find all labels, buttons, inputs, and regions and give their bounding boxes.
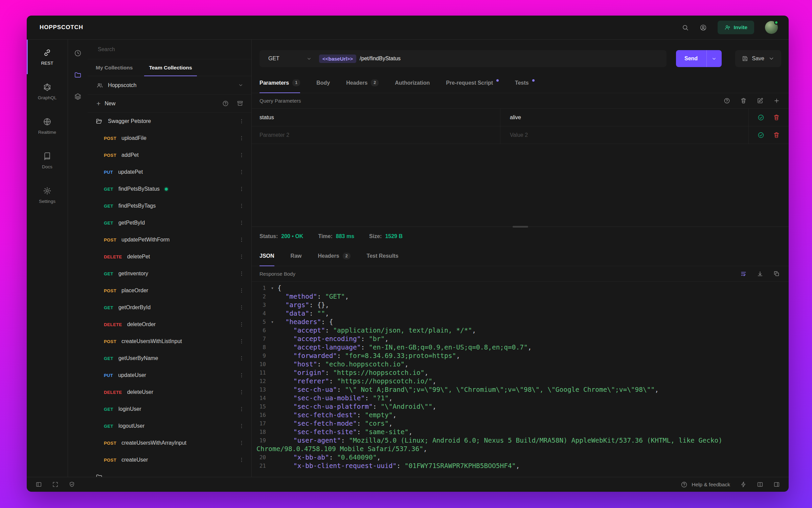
request-item-deleteUser[interactable]: DELETEdeleteUser (88, 384, 251, 401)
code-text[interactable]: Chrome/98.0.4758.109 Mobile Safari/537.3… (252, 445, 427, 453)
kebab-menu-icon[interactable] (239, 288, 245, 294)
code-text[interactable]: "referer": "https://hoppscotch.io/", (277, 377, 436, 385)
request-item-loginUser[interactable]: GETloginUser (88, 401, 251, 418)
request-item-findPetsByStatus[interactable]: GETfindPetsByStatus (88, 181, 251, 197)
request-item-getUserByName[interactable]: GETgetUserByName (88, 350, 251, 367)
kebab-menu-icon[interactable] (239, 355, 245, 361)
kebab-menu-icon[interactable] (239, 423, 245, 429)
kebab-menu-icon[interactable] (239, 220, 245, 226)
send-options-button[interactable] (706, 50, 722, 67)
bulk-edit-icon[interactable] (757, 98, 763, 104)
tab-team-collections[interactable]: Team Collections (141, 59, 200, 76)
help-icon[interactable] (724, 98, 730, 104)
kebab-menu-icon[interactable] (239, 135, 245, 141)
code-text[interactable]: "origin": "https://hoppscotch.io", (277, 368, 428, 377)
sidebar-item-settings[interactable]: Settings (27, 178, 68, 212)
param-active-toggle-icon[interactable] (758, 132, 764, 139)
code-text[interactable]: "accept-encoding": "br", (277, 335, 389, 343)
request-item-createUsersWithListInput[interactable]: POSTcreateUsersWithListInput (88, 333, 251, 350)
kebab-menu-icon[interactable] (239, 406, 245, 412)
resize-handle[interactable] (513, 226, 528, 228)
tab-authorization[interactable]: Authorization (395, 73, 430, 93)
collection-folder-partial[interactable] (88, 468, 251, 477)
request-item-addPet[interactable]: POSTaddPet (88, 147, 251, 164)
strip-item-environments[interactable] (70, 89, 85, 104)
url-input[interactable]: <<baseUrl>> /pet/findByStatus (317, 55, 667, 63)
toggle-sidebar-icon[interactable] (36, 481, 42, 488)
expand-icon[interactable] (52, 481, 59, 488)
tab-headers[interactable]: Headers2 (346, 73, 379, 93)
kebab-menu-icon[interactable] (239, 389, 245, 395)
request-item-updateUser[interactable]: PUTupdateUser (88, 367, 251, 384)
shortcuts-icon[interactable] (740, 481, 747, 488)
kebab-menu-icon[interactable] (239, 237, 245, 243)
app-logo[interactable]: HOPPSCOTCH (40, 24, 83, 31)
code-text[interactable]: "host": "echo.hoppscotch.io", (277, 360, 408, 368)
request-item-getOrderById[interactable]: GETgetOrderById (88, 299, 251, 316)
kebab-menu-icon[interactable] (239, 118, 245, 124)
code-text[interactable]: "x-bb-ab": "0.640090", (277, 453, 381, 462)
kebab-menu-icon[interactable] (239, 440, 245, 446)
param-key-input[interactable]: Parameter 2 (252, 126, 500, 144)
response-tab-json[interactable]: JSON (260, 246, 274, 266)
account-icon[interactable] (700, 24, 707, 31)
sidebar-item-rest[interactable]: REST (27, 40, 68, 74)
strip-item-collections[interactable] (70, 67, 85, 82)
tab-body[interactable]: Body (316, 73, 330, 93)
response-tab-headers[interactable]: Headers2 (318, 246, 350, 266)
kebab-menu-icon[interactable] (239, 338, 245, 344)
method-selector[interactable]: GET (260, 56, 317, 62)
code-text[interactable]: "accept-language": "en-IN,en-GB;q=0.9,en… (277, 343, 532, 352)
tab-tests[interactable]: Tests (515, 73, 535, 93)
request-item-logoutUser[interactable]: GETlogoutUser (88, 418, 251, 435)
team-selector[interactable]: Hoppscotch (88, 76, 251, 94)
column-layout-icon[interactable] (757, 481, 763, 488)
code-text[interactable]: "data": "", (277, 309, 329, 318)
kebab-menu-icon[interactable] (239, 304, 245, 311)
request-item-getPetById[interactable]: GETgetPetById (88, 214, 251, 231)
request-item-updatePetWithForm[interactable]: POSTupdatePetWithForm (88, 231, 251, 248)
add-parameter-icon[interactable] (773, 98, 780, 104)
response-body-viewer[interactable]: 1▾{2 "method": "GET",3 "args": {},4 "dat… (252, 282, 789, 477)
request-item-deleteOrder[interactable]: DELETEdeleteOrder (88, 316, 251, 333)
clear-all-icon[interactable] (740, 98, 747, 104)
kebab-menu-icon[interactable] (239, 271, 245, 277)
sidebar-item-graphql[interactable]: GraphQL (27, 74, 68, 109)
kebab-menu-icon[interactable] (239, 169, 245, 175)
strip-item-history[interactable] (70, 46, 85, 61)
tab-my-collections[interactable]: My Collections (88, 59, 141, 76)
code-text[interactable]: "user-agent": "Mozilla/5.0 (Linux; Andro… (277, 436, 722, 445)
param-active-toggle-icon[interactable] (758, 114, 764, 121)
baseurl-token[interactable]: <<baseUrl>> (319, 55, 356, 63)
avatar[interactable] (765, 21, 778, 34)
param-value-input[interactable]: alive (500, 109, 749, 126)
request-item-deletePet[interactable]: DELETEdeletePet (88, 248, 251, 265)
new-collection-button[interactable]: + New (96, 100, 115, 107)
import-export-icon[interactable] (237, 100, 243, 107)
code-text[interactable]: "sec-ch-ua-platform": "\"Android\"", (277, 402, 436, 411)
request-item-createUsersWithArrayInput[interactable]: POSTcreateUsersWithArrayInput (88, 435, 251, 451)
request-item-updatePet[interactable]: PUTupdatePet (88, 164, 251, 181)
kebab-menu-icon[interactable] (239, 457, 245, 463)
response-tab-test-results[interactable]: Test Results (367, 246, 399, 266)
collection-folder[interactable]: Swagger Petstore (88, 113, 251, 130)
request-item-getInventory[interactable]: GETgetInventory (88, 265, 251, 282)
kebab-menu-icon[interactable] (239, 372, 245, 378)
request-item-uploadFile[interactable]: POSTuploadFile (88, 130, 251, 147)
param-delete-icon[interactable] (773, 114, 780, 121)
code-text[interactable]: "sec-fetch-mode": "cors", (277, 419, 393, 428)
sidebar-item-realtime[interactable]: Realtime (27, 109, 68, 143)
param-key-input[interactable]: status (252, 109, 500, 126)
copy-icon[interactable] (773, 271, 780, 277)
sidebar-item-docs[interactable]: Docs (27, 143, 68, 178)
kebab-menu-icon[interactable] (239, 203, 245, 209)
code-text[interactable]: "headers": { (277, 318, 333, 326)
code-text[interactable]: "forwarded": "for=8.34.69.33;proto=https… (277, 352, 460, 360)
code-text[interactable]: "accept": "application/json, text/plain,… (277, 326, 476, 335)
fold-arrow-icon[interactable]: ▾ (267, 318, 277, 326)
kebab-menu-icon[interactable] (239, 152, 245, 158)
send-button[interactable]: Send (676, 50, 706, 67)
tab-pre-request-script[interactable]: Pre-request Script (446, 73, 499, 93)
kebab-menu-icon[interactable] (239, 254, 245, 260)
code-text[interactable]: "sec-fetch-dest": "empty", (277, 411, 397, 419)
